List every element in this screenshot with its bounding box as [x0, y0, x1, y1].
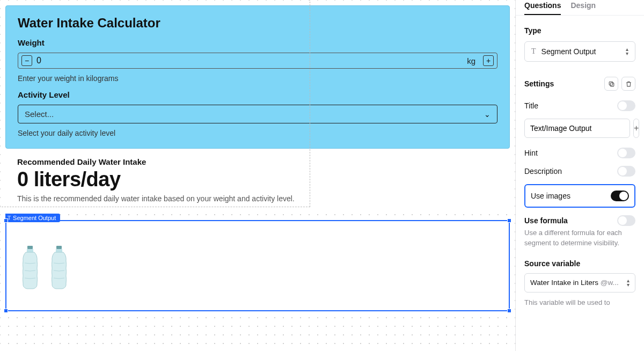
activity-label: Activity Level	[18, 90, 497, 99]
divider	[516, 15, 644, 16]
source-variable-select[interactable]: Water Intake in Liters @w... ▴▾	[524, 273, 635, 292]
properties-sidebar: Questions Design Type T Segment Output ▴…	[515, 0, 644, 351]
weight-value[interactable]: 0	[36, 56, 463, 65]
title-setting-label: Title	[524, 101, 538, 110]
resize-handle-bl[interactable]	[4, 309, 8, 313]
tab-questions[interactable]: Questions	[524, 1, 561, 15]
hint-setting-label: Hint	[524, 149, 538, 157]
use-formula-hint: Use a different formula for each segment…	[524, 228, 635, 248]
description-setting-label: Description	[524, 167, 562, 176]
resize-handle-br[interactable]	[507, 309, 511, 313]
type-value: Segment Output	[541, 47, 596, 56]
bottles-row	[19, 246, 496, 290]
output-hint: This is the recommended daily water inta…	[17, 194, 498, 203]
water-bottle-icon	[19, 246, 41, 290]
source-variable-hint: This variable will be used to	[524, 298, 635, 308]
delete-button[interactable]	[621, 77, 635, 91]
svg-rect-2	[56, 246, 62, 249]
activity-placeholder: Select...	[25, 109, 54, 119]
svg-rect-3	[56, 249, 62, 252]
add-title-button[interactable]: +	[633, 119, 639, 138]
weight-unit: kg	[467, 56, 475, 65]
output-label: Recommended Daily Water Intake	[17, 157, 498, 166]
svg-rect-0	[27, 246, 33, 249]
updown-icon: ▴▾	[627, 279, 630, 287]
output-card: Recommended Daily Water Intake 0 liters/…	[5, 149, 510, 211]
activity-hint: Select your daily activity level	[18, 129, 497, 137]
source-variable-label: Source variable	[524, 259, 635, 268]
tab-design[interactable]: Design	[570, 1, 596, 15]
sidebar-tabs: Questions Design	[524, 0, 635, 15]
calculator-card: Water Intake Calculator Weight − 0 kg + …	[5, 5, 510, 149]
segment-tag-label: Segment Output	[13, 215, 56, 221]
weight-hint: Enter your weight in kilograms	[18, 74, 497, 83]
title-input[interactable]	[524, 119, 630, 138]
source-variable-value: Water Intake in Liters	[530, 279, 598, 287]
use-images-toggle[interactable]	[611, 191, 629, 201]
use-images-setting[interactable]: Use images	[524, 184, 635, 208]
svg-rect-1	[27, 249, 33, 252]
segment-tag: T Segment Output	[5, 214, 60, 222]
use-images-label: Use images	[531, 192, 570, 200]
hint-toggle[interactable]	[617, 148, 635, 158]
segment-output-element[interactable]: T Segment Output	[5, 220, 510, 311]
water-bottle-icon	[48, 246, 70, 290]
card-title: Water Intake Calculator	[18, 16, 497, 31]
resize-handle-tr[interactable]	[507, 218, 511, 223]
activity-select[interactable]: Select... ⌄	[18, 105, 497, 123]
canvas[interactable]: Water Intake Calculator Weight − 0 kg + …	[0, 0, 515, 351]
type-select[interactable]: T Segment Output ▴▾	[524, 41, 635, 62]
settings-label: Settings	[524, 79, 554, 88]
chevron-down-icon: ⌄	[484, 110, 491, 119]
use-formula-label: Use formula	[524, 216, 568, 225]
weight-input[interactable]: − 0 kg +	[18, 53, 497, 69]
description-toggle[interactable]	[617, 166, 635, 177]
weight-label: Weight	[18, 38, 497, 47]
weight-decrement[interactable]: −	[21, 55, 32, 66]
source-variable-at: @w...	[601, 279, 619, 287]
weight-increment[interactable]: +	[483, 55, 494, 66]
svg-rect-5	[609, 82, 613, 85]
updown-icon: ▴▾	[626, 47, 628, 56]
resize-handle-tl[interactable]	[4, 218, 8, 223]
title-toggle[interactable]	[617, 100, 635, 111]
svg-rect-4	[610, 83, 614, 86]
duplicate-button[interactable]	[604, 77, 618, 91]
type-icon: T	[531, 47, 536, 56]
use-formula-toggle[interactable]	[617, 215, 635, 226]
output-value: 0 liters/day	[17, 169, 498, 191]
type-label: Type	[524, 26, 635, 35]
